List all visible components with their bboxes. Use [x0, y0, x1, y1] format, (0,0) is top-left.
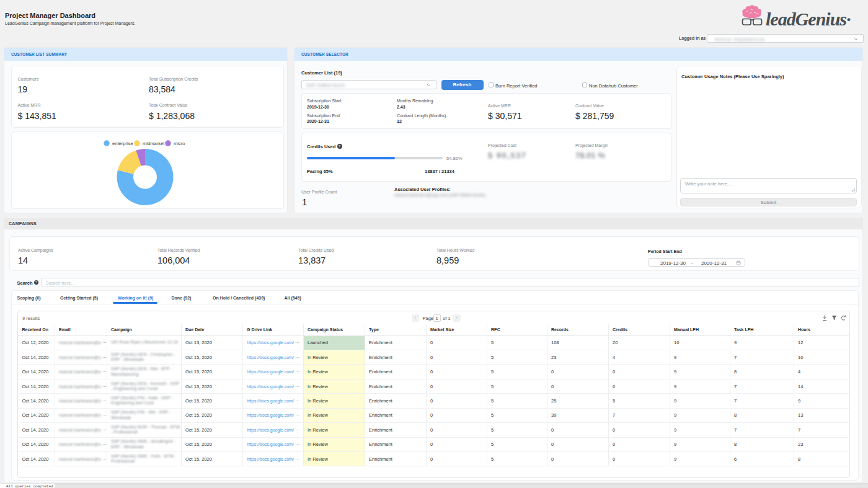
- svg-text:leadGenius·: leadGenius·: [766, 9, 851, 29]
- svg-text:enterprise: enterprise: [112, 141, 133, 146]
- svg-text:midmarket: midmarket: [143, 141, 165, 146]
- svg-text:micro: micro: [174, 141, 185, 146]
